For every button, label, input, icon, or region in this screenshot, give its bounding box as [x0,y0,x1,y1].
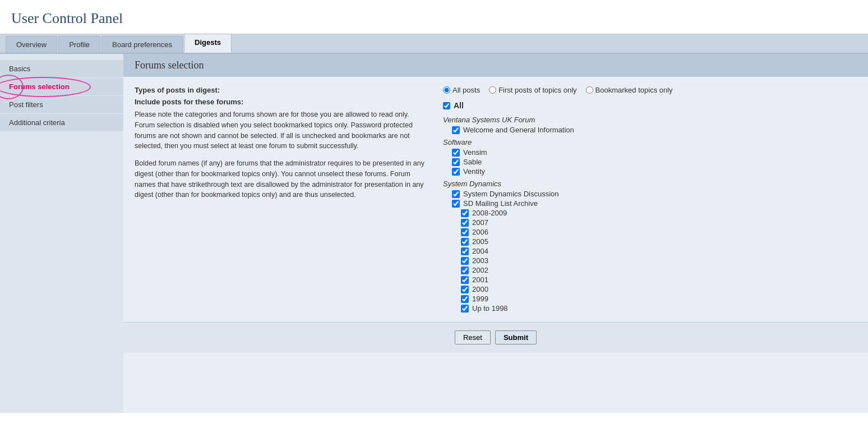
include-label: Include posts for these forums: [135,98,426,106]
all-checkbox-container[interactable]: All [443,101,857,110]
category-software: Software [443,138,857,146]
forum-2004[interactable]: 2004 [443,246,857,256]
footer-buttons: Reset Submit [123,322,868,352]
submit-button[interactable]: Submit [495,330,537,344]
forum-2008-2009[interactable]: 2008-2009 [443,208,857,218]
forum-2002[interactable]: 2002 [443,265,857,275]
include-desc1: Please note the categories and forums sh… [135,109,426,151]
sidebar-item-forums-selection[interactable]: Forums selection [0,78,123,95]
forum-2003[interactable]: 2003 [443,256,857,265]
radio-first-posts[interactable]: First posts of topics only [489,86,576,94]
all-checkbox[interactable] [443,102,450,109]
include-desc2: Bolded forum names (if any) are forums t… [135,158,426,200]
tab-digests[interactable]: Digests [184,34,232,53]
reset-button[interactable]: Reset [455,330,491,344]
radio-group-post-types: All posts First posts of topics only Boo… [443,86,857,94]
radio-all-posts[interactable]: All posts [443,86,480,94]
left-column: Types of posts in digest: Include posts … [135,86,426,313]
forum-welcome[interactable]: Welcome and General Information [443,125,857,135]
forum-sd-mailing-list[interactable]: SD Mailing List Archive [443,199,857,208]
types-label: Types of posts in digest: [135,86,426,94]
section-title: Forums selection [123,54,868,77]
sidebar-item-additional-criteria[interactable]: Additional criteria [0,114,123,131]
category-system-dynamics: System Dynamics [443,180,857,188]
tab-board-preferences[interactable]: Board preferences [101,36,183,53]
forums-list: Ventana Systems UK Forum Welcome and Gen… [443,116,857,313]
forum-2005[interactable]: 2005 [443,237,857,246]
sidebar: Basics Forums selection Post filters Add… [0,54,123,413]
forum-up-to-1998[interactable]: Up to 1998 [443,304,857,313]
right-column: All posts First posts of topics only Boo… [443,86,857,313]
forum-ventity[interactable]: Ventity [443,167,857,176]
forum-2006[interactable]: 2006 [443,227,857,237]
sidebar-item-post-filters[interactable]: Post filters [0,96,123,113]
forum-2007[interactable]: 2007 [443,218,857,227]
forum-sable[interactable]: Sable [443,157,857,167]
forum-2001[interactable]: 2001 [443,275,857,284]
sidebar-item-basics[interactable]: Basics [0,60,123,77]
tab-overview[interactable]: Overview [6,36,57,53]
forum-vensim[interactable]: Vensim [443,148,857,157]
radio-bookmarked[interactable]: Bookmarked topics only [586,86,673,94]
content-area: Forums selection Types of posts in diges… [123,54,868,413]
forum-1999[interactable]: 1999 [443,294,857,304]
tabs-bar: Overview Profile Board preferences Diges… [0,34,868,54]
forum-2000[interactable]: 2000 [443,284,857,294]
tab-profile[interactable]: Profile [58,36,100,53]
page-title: User Control Panel [0,0,868,34]
forum-sd-discussion[interactable]: System Dynamics Discussion [443,189,857,199]
section-body: Types of posts in digest: Include posts … [123,77,868,322]
category-ventana: Ventana Systems UK Forum [443,116,857,124]
main-content: Basics Forums selection Post filters Add… [0,54,868,413]
